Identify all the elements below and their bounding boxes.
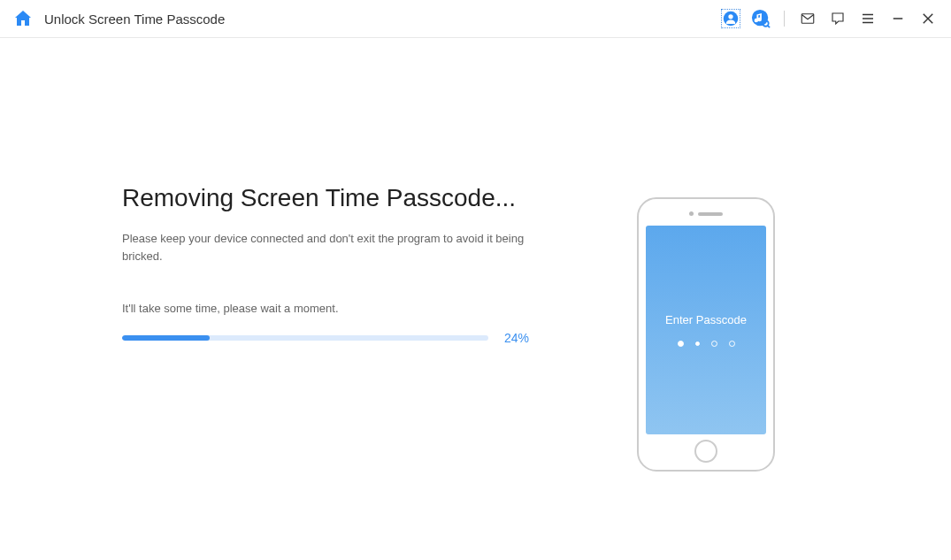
phone-speaker (689, 211, 723, 216)
close-icon (920, 11, 936, 27)
passcode-dots (678, 341, 735, 347)
progress-row: 24% (122, 331, 529, 345)
device-illustration: Enter Passcode (635, 197, 777, 472)
phone-home-button (694, 440, 717, 463)
menu-button[interactable] (857, 8, 878, 29)
close-button[interactable] (917, 8, 939, 29)
passcode-dot (678, 341, 684, 347)
passcode-dot (711, 341, 717, 347)
minimize-button[interactable] (887, 8, 909, 29)
passcode-prompt: Enter Passcode (665, 313, 747, 326)
user-icon (721, 9, 740, 28)
svg-line-4 (768, 26, 770, 27)
hamburger-icon (860, 11, 876, 27)
svg-rect-5 (801, 14, 814, 24)
passcode-dot (695, 341, 700, 346)
progress-percent-label: 24% (504, 331, 529, 345)
home-button[interactable] (12, 8, 34, 29)
progress-bar (122, 335, 488, 341)
warning-message: Please keep your device connected and do… (122, 230, 529, 265)
phone-screen: Enter Passcode (646, 226, 766, 434)
chat-icon (830, 11, 846, 27)
phone-mockup: Enter Passcode (637, 197, 775, 472)
header-right (720, 8, 939, 29)
music-search-icon (751, 9, 771, 28)
music-button[interactable] (750, 8, 771, 29)
status-section: Removing Screen Time Passcode... Please … (122, 171, 529, 472)
minimize-icon (890, 11, 906, 27)
wait-message: It'll take some time, please wait a mome… (122, 302, 529, 315)
status-heading: Removing Screen Time Passcode... (122, 184, 529, 212)
user-account-button[interactable] (720, 8, 741, 29)
header-left: Unlock Screen Time Passcode (12, 8, 225, 29)
phone-camera-dot (689, 211, 694, 216)
mail-button[interactable] (797, 8, 818, 29)
main-content: Removing Screen Time Passcode... Please … (0, 38, 951, 472)
header-divider (784, 11, 785, 27)
phone-speaker-line (698, 212, 723, 216)
page-title: Unlock Screen Time Passcode (44, 12, 225, 27)
svg-point-1 (728, 14, 732, 19)
app-header: Unlock Screen Time Passcode (0, 0, 951, 38)
passcode-dot (729, 341, 735, 347)
progress-fill (122, 335, 210, 341)
mail-icon (800, 11, 816, 27)
feedback-button[interactable] (827, 8, 848, 29)
home-icon (12, 8, 34, 29)
